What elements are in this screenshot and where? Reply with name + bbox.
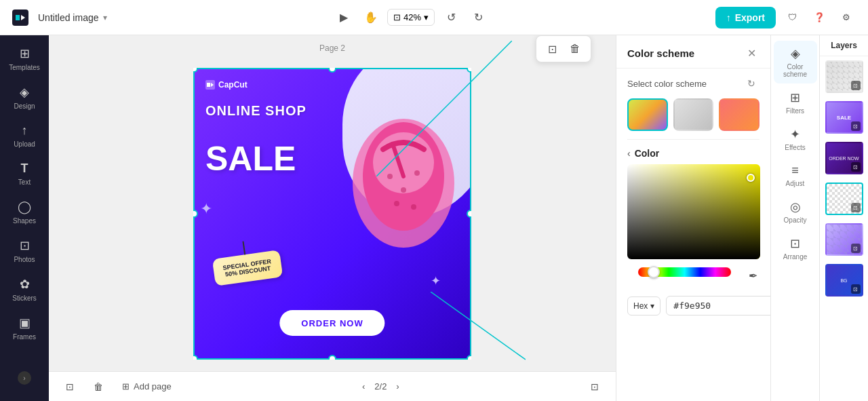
redo-button[interactable]: ↻ [467,7,489,28]
add-page-button[interactable]: ⊞ Add page [117,379,177,394]
swatch-3[interactable] [719,98,760,131]
collapse-icon: › [23,375,25,382]
gradient-circle-handle[interactable] [747,174,755,182]
eyedropper-button[interactable]: ✒ [746,266,760,285]
color-swatches [616,98,770,139]
banner-logo: CapCut [205,80,248,90]
topbar-right-tools: ↑ Export 🛡 ❓ ⚙ [715,7,857,28]
refresh-icon: ↻ [747,78,755,89]
help-icon: ❓ [814,12,825,22]
sidebar-item-templates[interactable]: ⊞ Templates [4,41,45,77]
panel-subtitle: Select color scheme ↻ [616,69,770,98]
canvas-content: Page 2 CapCut ONLINE SHOP [49,35,616,371]
select-tool-icon: ▶ [340,11,348,24]
zoom-control[interactable]: ⊡ 42% ▾ [387,9,435,26]
sidebar-item-upload[interactable]: ↑ Upload [4,118,45,153]
hand-tool-button[interactable]: ✋ [360,7,382,28]
layer-badge-5: ⊡ [851,244,861,253]
hue-thumb[interactable] [648,266,660,278]
layer-item-1[interactable]: ⊡ [825,60,863,93]
hex-value-input[interactable] [666,296,770,316]
sidebar-item-text[interactable]: T Text [4,156,45,191]
crop-button[interactable]: ⊡ [542,39,562,59]
adjust-tool-icon: ≡ [791,164,799,178]
sidebar-item-photos[interactable]: ⊡ Photos [4,233,45,269]
banner-line2: SALE [205,139,296,178]
color-scheme-tool-icon: ◈ [791,46,800,61]
back-arrow-icon: ‹ [627,148,631,159]
layer-item-5[interactable]: ⊡ [825,223,863,256]
layer-item-6[interactable]: BG ⊡ [825,264,863,297]
export-icon: ↑ [726,12,731,23]
page-label: Page 2 [319,43,345,53]
layer-item-4[interactable]: ⊡ [825,183,863,215]
upload-label: Upload [14,140,35,148]
svg-point-6 [387,174,393,179]
export-button[interactable]: ↑ Export [715,7,776,28]
shield-button[interactable]: 🛡 [781,7,803,28]
color-picker-section: ‹ Color ✒ [616,140,770,401]
gradient-main [627,164,760,259]
opacity-tool-icon: ◎ [790,199,801,214]
design-icon: ◈ [20,85,29,100]
tool-filters[interactable]: ⊞ Filters [774,85,817,120]
prev-page-button[interactable]: ‹ [355,379,372,395]
banner-cta-text: ORDER NOW [301,318,363,328]
fit-button[interactable]: ⊡ [585,377,605,397]
sidebar-item-frames[interactable]: ▣ Frames [4,310,45,346]
undo-button[interactable]: ↺ [440,7,462,28]
sidebar-collapse-btn[interactable]: › [18,371,31,385]
settings-button[interactable]: ⚙ [835,7,857,28]
document-title: Untitled image [38,12,99,23]
canvas-frame[interactable]: CapCut ONLINE SHOP SALE ✦ ✦ [193,68,471,360]
swatch-2[interactable] [673,98,714,131]
page-navigation: ‹ 2/2 › [355,379,406,395]
delete-page-button[interactable]: 🗑 [88,377,108,397]
panel-close-button[interactable]: ✕ [743,45,760,61]
banner-logo-text: CapCut [218,80,248,90]
delete-button[interactable]: 🗑 [565,39,585,59]
templates-icon: ⊞ [20,46,30,61]
effects-tool-icon: ✦ [790,127,800,142]
sidebar-item-stickers[interactable]: ✿ Stickers [4,271,45,307]
next-page-button[interactable]: › [389,379,406,395]
banner-tag: SPECIAL OFFER 50% DISCOUNT [212,250,283,286]
select-tool-button[interactable]: ▶ [333,7,355,28]
layer-badge-6: ⊡ [851,284,861,294]
hue-row: ✒ [627,266,760,285]
panel-title: Color scheme [627,47,694,59]
hue-slider[interactable] [638,267,731,277]
undo-icon: ↺ [447,11,456,24]
banner-image: CapCut ONLINE SHOP SALE ✦ ✦ [193,68,471,360]
help-button[interactable]: ❓ [808,7,830,28]
tool-opacity[interactable]: ◎ Opacity [774,194,817,229]
duplicate-icon: ⊡ [66,381,74,392]
panel-header: Color scheme ✕ [616,35,770,69]
sidebar-item-design[interactable]: ◈ Design [4,79,45,115]
templates-label: Templates [9,64,40,71]
color-section-label: Color [635,148,660,159]
frames-icon: ▣ [19,316,31,330]
svg-point-7 [401,187,406,193]
tool-arrange[interactable]: ⊡ Arrange [774,231,817,266]
duplicate-page-button[interactable]: ⊡ [60,377,80,397]
sidebar-item-shapes[interactable]: ◯ Shapes [4,194,45,230]
layer-item-3[interactable]: ORDER NOW ⊡ [825,142,863,174]
refresh-button[interactable]: ↻ [743,75,760,92]
color-gradient-picker[interactable] [627,164,760,259]
photos-label: Photos [14,256,35,263]
tool-effects[interactable]: ✦ Effects [774,121,817,157]
zoom-chevron-icon: ▾ [424,12,429,22]
layers-panel: Layers ⊡ SALE ⊡ ORDER NOW ⊡ ⊡ ⊡ [819,35,868,401]
layers-header: Layers [820,35,868,56]
color-back-button[interactable]: ‹ Color [616,140,770,164]
hex-format-select[interactable]: Hex ▾ [627,297,660,316]
topbar: Untitled image ▾ ▶ ✋ ⊡ 42% ▾ ↺ ↻ ↑ Expor… [0,0,868,35]
tool-adjust[interactable]: ≡ Adjust [774,158,817,193]
eyedropper-icon: ✒ [749,270,757,282]
document-title-area[interactable]: Untitled image ▾ [38,12,107,23]
tool-color-scheme[interactable]: ◈ Color scheme [774,41,817,83]
layer-item-2[interactable]: SALE ⊡ [825,101,863,134]
swatch-1[interactable] [627,98,668,131]
stickers-icon: ✿ [20,277,30,292]
